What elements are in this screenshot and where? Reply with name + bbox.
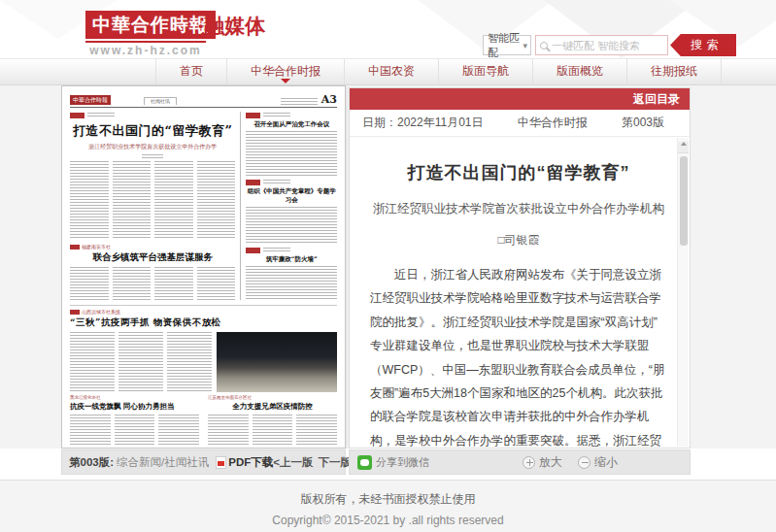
logo-underline — [85, 41, 206, 43]
article-author: □司银霞 — [370, 232, 667, 249]
text-column — [70, 161, 109, 240]
red-tag-icon — [246, 180, 260, 185]
article-subtitle: 浙江经贸职业技术学院首次获批设立中外合作办学机构 — [370, 201, 667, 217]
search-button[interactable]: 搜索 — [670, 34, 736, 56]
text-column — [70, 267, 109, 300]
mid-article-headline[interactable]: 联合乡镇筑平台强基层谋服务 — [70, 251, 235, 264]
zoom-out-button[interactable]: 缩小 — [578, 454, 618, 471]
nav-item-past-issues[interactable]: 往期报纸 — [627, 59, 722, 84]
nav-item-zhhz-times[interactable]: 中华合作时报 — [227, 59, 345, 84]
article-paper-name: 中华合作时报 — [518, 115, 588, 131]
paper-top-region: 打造不出国门的“留学教育” 浙江经贸职业技术学院首次获批设立中外合作办学 福建南… — [70, 112, 337, 300]
pdf-icon — [216, 456, 226, 469]
zoom-in-label: 放大 — [539, 454, 562, 471]
mid-article-kicker: 福建南安市社 — [70, 244, 235, 249]
minus-icon — [578, 456, 590, 469]
article-toolbar: 分享到微信 放大 缩小 — [349, 449, 691, 475]
search-mode-value: 智能匹配 — [488, 31, 523, 59]
toolbar-edition-label: 第003版: — [69, 455, 114, 470]
back-to-toc-link[interactable]: 返回目录 — [633, 88, 680, 110]
zoom-controls: 放大 缩小 — [523, 454, 618, 471]
search-input[interactable] — [552, 40, 663, 51]
search-mode-select[interactable]: 智能匹配 ▾ — [483, 35, 531, 55]
lower-article-kicker: 山西运城市社系统 — [70, 309, 337, 315]
zoom-out-label: 缩小 — [594, 454, 618, 471]
paper-masthead-logo: 中華合作時報 — [70, 95, 111, 105]
mid-body-columns — [70, 267, 235, 300]
paper-page-code: A3 — [321, 95, 337, 105]
text-column — [118, 332, 163, 392]
right-col-headline-1[interactable]: 召开全面从严治党工作会议 — [246, 120, 337, 129]
article-panel: 返回目录 日期：2022年11月01日 中华合作时报 第003版 打造不出国门的… — [349, 87, 691, 449]
lower-article-headline[interactable]: “三秋”抗疫两手抓 物资保供不放松 — [70, 316, 337, 329]
lower-body-columns — [70, 332, 212, 392]
site-header: 中華合作時報 ·融媒体 www.zh-hz.com 智能匹配 ▾ 搜索 — [0, 0, 776, 58]
bottom-right-columns — [208, 415, 337, 446]
text-column — [246, 207, 337, 244]
article-date: 日期：2022年11月01日 — [362, 115, 484, 131]
right-col-headline-3[interactable]: 筑牢廉政“防火墙” — [246, 255, 337, 264]
right-col-kicker — [246, 112, 337, 118]
red-tag-icon — [70, 245, 80, 249]
page-toolbar: 第003版: 综合新闻/社闻社讯 PDF下载 <上一版 下一版 > — [61, 449, 346, 475]
wechat-share-icon[interactable] — [357, 455, 372, 470]
kicker-text-lines — [263, 180, 290, 184]
site-footer: 版权所有，未经书面授权禁止使用 Copyright© 2015-2021 by … — [0, 480, 776, 532]
lower-article-body — [70, 332, 337, 392]
copyright-line-en: Copyright© 2015-2021 by .all rights rese… — [0, 514, 776, 527]
paper-masthead: 中華合作時報 社闻社讯 A3 — [70, 93, 337, 108]
site-logo: 中華合作時報 — [85, 11, 216, 39]
article-scrollbar[interactable] — [677, 138, 689, 447]
paper-right-column: 召开全面从严治党工作会议 组织《中国共产党章程》专题学习会 筑牢廉政“防火墙” — [240, 112, 337, 300]
bottom-left-headline[interactable]: 抗疫一线党旗飘 同心协力勇担当 — [70, 402, 199, 412]
paper-lower-region: 山西运城市社系统 “三秋”抗疫两手抓 物资保供不放松 — [70, 305, 337, 390]
bottom-right-headline[interactable]: 全力支援兄弟区疫情防控 — [208, 402, 337, 412]
article-meta-row: 日期：2022年11月01日 中华合作时报 第003版 — [350, 110, 690, 137]
right-col-headline-2[interactable]: 组织《中国共产党章程》专题学习会 — [246, 187, 337, 205]
zoom-in-button[interactable]: 放大 — [523, 454, 562, 471]
nav-item-home[interactable]: 首页 — [155, 59, 227, 84]
chevron-down-icon: ▾ — [523, 41, 527, 50]
scrollbar-up-arrow-icon[interactable] — [678, 142, 689, 153]
text-column — [296, 415, 337, 446]
text-column — [167, 332, 212, 392]
nav-item-china-agri[interactable]: 中国农资 — [345, 59, 439, 84]
text-column — [197, 161, 236, 240]
paper-date-lines — [281, 98, 318, 105]
text-column — [115, 415, 155, 446]
lead-kicker — [70, 112, 235, 118]
previous-page-link[interactable]: <上一版 — [273, 455, 313, 470]
newspaper-page-thumbnail[interactable]: 中華合作時報 社闻社讯 A3 打造不出国门的“留学教育” 浙江经贸职业技术学院首… — [61, 85, 346, 449]
red-tag-icon — [246, 248, 260, 253]
red-tag-icon — [70, 113, 84, 118]
bottom-left-article: 黑龙江绥化市社 抗疫一线党旗飘 同心协力勇担当 — [70, 395, 199, 446]
share-wechat-link[interactable]: 分享到微信 — [376, 455, 429, 470]
text-column — [113, 267, 152, 300]
mid-article: 福建南安市社 联合乡镇筑平台强基层谋服务 — [70, 244, 235, 300]
search-icon — [540, 42, 548, 50]
text-column — [208, 415, 249, 446]
article-edition: 第003版 — [622, 115, 664, 131]
text-column — [70, 332, 115, 392]
pdf-download-link[interactable]: PDF下载 — [228, 455, 273, 470]
nav-item-page-overview[interactable]: 版面概览 — [533, 59, 627, 84]
site-url: www.zh-hz.com — [80, 44, 212, 57]
search-box — [535, 35, 668, 55]
red-tag-icon — [70, 310, 80, 315]
article-body: 打造不出国门的“留学教育” 浙江经贸职业技术学院首次获批设立中外合作办学机构 □… — [350, 138, 677, 447]
red-tag-icon — [246, 113, 260, 118]
mid-kicker-text: 福建南安市社 — [82, 244, 111, 249]
article-title: 打造不出国门的“留学教育” — [370, 161, 667, 184]
lead-article-subtitle: 浙江经贸职业技术学院首次获批设立中外合作办学 — [70, 143, 235, 151]
article-panel-header: 返回目录 — [350, 88, 690, 110]
news-photo — [217, 332, 337, 392]
scrollbar-thumb[interactable] — [680, 156, 688, 246]
nav-item-page-navigation[interactable]: 版面导航 — [439, 59, 533, 84]
lead-article-headline[interactable]: 打造不出国门的“留学教育” — [70, 122, 235, 140]
paper-section-tab: 社闻社讯 — [144, 97, 177, 105]
copyright-line-cn: 版权所有，未经书面授权禁止使用 — [0, 491, 776, 508]
site-logo-suffix: ·融媒体 — [197, 11, 265, 39]
text-column — [70, 415, 111, 446]
lead-body-columns — [70, 161, 235, 240]
text-column — [197, 267, 236, 300]
